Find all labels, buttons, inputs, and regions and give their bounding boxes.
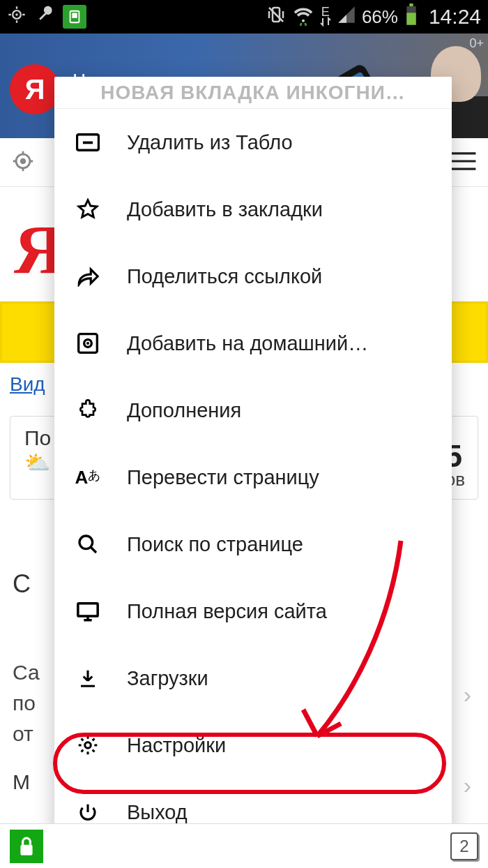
menu-header[interactable]: НОВАЯ ВКЛАДКА ИНКОГНИ… (54, 77, 452, 109)
download-icon (74, 667, 102, 689)
wifi-icon (292, 3, 314, 31)
menu-item-label: Добавить на домашний… (127, 332, 368, 355)
svg-point-17 (85, 742, 91, 749)
chevron-right-icon[interactable]: › (464, 772, 471, 799)
search-icon (74, 533, 102, 555)
age-rating: 0+ (469, 36, 484, 51)
svg-rect-7 (409, 3, 413, 6)
status-bar: E 66% 14:24 (0, 0, 488, 33)
chevron-right-icon[interactable]: › (464, 681, 471, 708)
network-type: E (320, 7, 331, 27)
battery-percent: 66% (362, 6, 398, 28)
menu-item-find-in-page[interactable]: Поиск по странице (54, 511, 452, 578)
svg-rect-3 (72, 13, 77, 18)
menu-item-label: Поделиться ссылкой (127, 265, 322, 288)
browser-menu: НОВАЯ ВКЛАДКА ИНКОГНИ… Удалить из Табло … (54, 77, 452, 846)
menu-item-share-link[interactable]: Поделиться ссылкой (54, 243, 452, 310)
signal-icon (337, 5, 356, 29)
star-icon (74, 198, 102, 220)
news-line1: Са (13, 661, 40, 684)
news-line3: от (13, 722, 33, 745)
news-preview[interactable]: Са по от (13, 657, 40, 749)
menu-item-translate[interactable]: Aあ Перевести страницу (54, 444, 452, 511)
power-icon (74, 802, 102, 823)
menu-item-label: Полная версия сайта (127, 600, 327, 623)
share-icon (74, 266, 102, 287)
gear-icon (74, 734, 102, 756)
svg-rect-18 (20, 844, 32, 855)
menu-item-downloads[interactable]: Загрузки (54, 645, 452, 712)
locate-icon[interactable] (11, 149, 35, 176)
lock-icon[interactable] (10, 830, 43, 863)
menu-item-label: Загрузки (127, 667, 208, 690)
menu-item-add-bookmark[interactable]: Добавить в закладки (54, 176, 452, 243)
monitor-icon (74, 601, 102, 622)
minus-box-icon (74, 133, 102, 151)
translate-icon: Aあ (74, 467, 102, 488)
svg-point-1 (15, 13, 18, 16)
vibrate-icon (266, 4, 287, 30)
menu-item-extensions[interactable]: Дополнения (54, 377, 452, 444)
svg-point-15 (79, 536, 93, 549)
video-link[interactable]: Вид (10, 373, 45, 396)
yandex-logo-round: Я (10, 64, 60, 114)
menu-item-desktop-version[interactable]: Полная версия сайта (54, 578, 452, 645)
puzzle-icon (74, 399, 102, 421)
battery-icon (404, 3, 419, 31)
menu-item-add-homescreen[interactable]: Добавить на домашний… (54, 310, 452, 377)
bottom-toolbar: 2 (0, 823, 488, 868)
gps-icon (7, 5, 26, 29)
app-icon (63, 5, 86, 29)
weather-sun-icon: ⛅ (24, 451, 50, 474)
menu-item-remove-from-tablo[interactable]: Удалить из Табло (54, 109, 452, 176)
svg-point-9 (21, 159, 25, 163)
menu-item-settings[interactable]: Настройки (54, 712, 452, 779)
menu-item-label: Удалить из Табло (127, 131, 293, 154)
svg-rect-6 (406, 13, 415, 24)
clock: 14:24 (429, 5, 481, 29)
svg-rect-11 (83, 142, 93, 144)
menu-item-label: Выход (127, 801, 188, 824)
section-letter-c: С (13, 569, 31, 599)
menu-item-label: Перевести страницу (127, 466, 319, 489)
svg-rect-16 (78, 604, 98, 616)
tab-counter[interactable]: 2 (450, 832, 478, 860)
menu-item-label: Настройки (127, 734, 226, 757)
section-letter-m: М (13, 770, 30, 794)
svg-point-14 (86, 342, 89, 345)
menu-item-label: Поиск по странице (127, 533, 303, 556)
target-square-icon (74, 332, 102, 354)
wrench-icon (35, 5, 54, 29)
menu-item-label: Добавить в закладки (127, 198, 323, 221)
hamburger-icon[interactable] (450, 151, 477, 174)
weather-label: По (24, 426, 51, 449)
menu-item-label: Дополнения (127, 399, 241, 422)
news-line2: по (13, 691, 36, 714)
